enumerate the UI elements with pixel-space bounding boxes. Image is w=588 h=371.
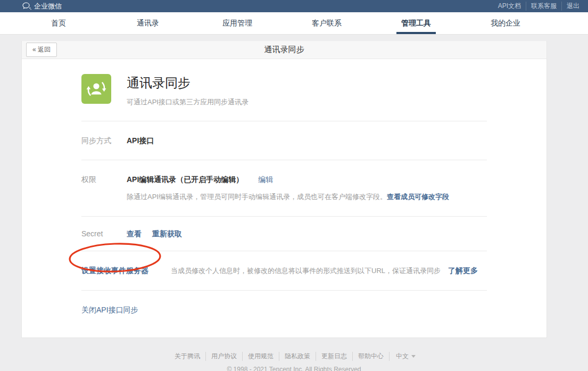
- footer-link-changelog[interactable]: 更新日志: [316, 352, 352, 361]
- nav-item-my-company[interactable]: 我的企业: [461, 12, 550, 34]
- view-secret-link[interactable]: 查看: [127, 229, 142, 238]
- permission-value: API编辑通讯录（已开启手动编辑）: [127, 175, 243, 184]
- app-profile: 通讯录同步 可通过API接口或第三方应用同步通讯录: [81, 74, 487, 107]
- set-event-server-link[interactable]: 设置接收事件服务器: [81, 265, 148, 276]
- page-title: 通讯录同步: [22, 45, 546, 55]
- regenerate-secret-link[interactable]: 重新获取: [152, 229, 182, 238]
- nav-item-app-management[interactable]: 应用管理: [193, 12, 282, 34]
- brand-name: 企业微信: [34, 2, 62, 11]
- edit-permission-link[interactable]: 编辑: [258, 175, 273, 184]
- footer-link-usage-rules[interactable]: 使用规范: [242, 352, 279, 361]
- contact-sync-icon: [81, 74, 111, 104]
- row-close-api: 关闭API接口同步: [81, 291, 487, 315]
- view-editable-fields-link[interactable]: 查看成员可修改字段: [387, 193, 449, 201]
- sync-method-value: API接口: [127, 135, 154, 146]
- row-sync-method: 同步方式 API接口: [81, 121, 487, 160]
- footer-link-help-center[interactable]: 帮助中心: [352, 352, 389, 361]
- learn-more-link[interactable]: 了解更多: [448, 265, 478, 276]
- topbar: 企业微信 API文档 联系客服 退出: [0, 0, 588, 12]
- card-header: « 返回 通讯录同步: [22, 41, 546, 59]
- active-tab-underline: [396, 32, 436, 34]
- footer-link-user-agreement[interactable]: 用户协议: [205, 352, 242, 361]
- language-label: 中文: [396, 352, 409, 361]
- app-title: 通讯录同步: [127, 75, 249, 92]
- event-server-description: 当成员修改个人信息时，被修改的信息将以事件的形式推送到以下URL，保证通讯录同步: [171, 266, 441, 276]
- secret-label: Secret: [81, 228, 127, 239]
- card-body: 通讯录同步 可通过API接口或第三方应用同步通讯录 同步方式 API接口 权限 …: [22, 59, 546, 337]
- row-event-server: 设置接收事件服务器 当成员修改个人信息时，被修改的信息将以事件的形式推送到以下U…: [81, 251, 487, 290]
- row-permission: 权限 API编辑通讯录（已开启手动编辑） 编辑 除通过API编辑通讯录，管理员可…: [81, 160, 487, 216]
- topbar-links: API文档 联系客服 退出: [493, 2, 579, 11]
- chat-bubble-icon: [22, 2, 31, 10]
- permission-label: 权限: [81, 174, 127, 202]
- nav-item-home[interactable]: 首页: [14, 12, 103, 34]
- brand-logo[interactable]: 企业微信: [22, 2, 62, 11]
- topbar-link-logout[interactable]: 退出: [561, 2, 579, 11]
- footer: 关于腾讯 用户协议 使用规范 隐私政策 更新日志 帮助中心 中文 © 1998 …: [0, 352, 588, 371]
- app-subtitle: 可通过API接口或第三方应用同步通讯录: [127, 97, 249, 107]
- caret-down-icon: [411, 355, 416, 358]
- close-api-sync-link[interactable]: 关闭API接口同步: [81, 306, 138, 314]
- permission-description: 除通过API编辑通讯录，管理员可同时手动编辑通讯录，成员也可在客户端修改字段。: [127, 193, 387, 201]
- contact-sync-card: « 返回 通讯录同步 通讯录同步 可通过API接口或第三方应用同步通讯录: [21, 41, 547, 338]
- sync-method-label: 同步方式: [81, 135, 127, 146]
- nav-item-admin-tools[interactable]: 管理工具: [371, 12, 461, 34]
- row-secret: Secret 查看 重新获取: [81, 217, 487, 251]
- nav-item-contacts[interactable]: 通讯录: [103, 12, 193, 34]
- topbar-link-contact-support[interactable]: 联系客服: [526, 2, 561, 11]
- back-button[interactable]: « 返回: [26, 43, 57, 57]
- footer-link-about-tencent[interactable]: 关于腾讯: [169, 352, 205, 361]
- main-nav: 首页 通讯录 应用管理 客户联系 管理工具 我的企业: [0, 12, 588, 35]
- topbar-link-api-docs[interactable]: API文档: [493, 2, 526, 11]
- footer-link-privacy-policy[interactable]: 隐私政策: [279, 352, 316, 361]
- language-selector[interactable]: 中文: [389, 352, 419, 361]
- copyright-text: © 1998 - 2021 Tencent Inc. All Rights Re…: [0, 366, 588, 371]
- nav-item-customer-relations[interactable]: 客户联系: [282, 12, 371, 34]
